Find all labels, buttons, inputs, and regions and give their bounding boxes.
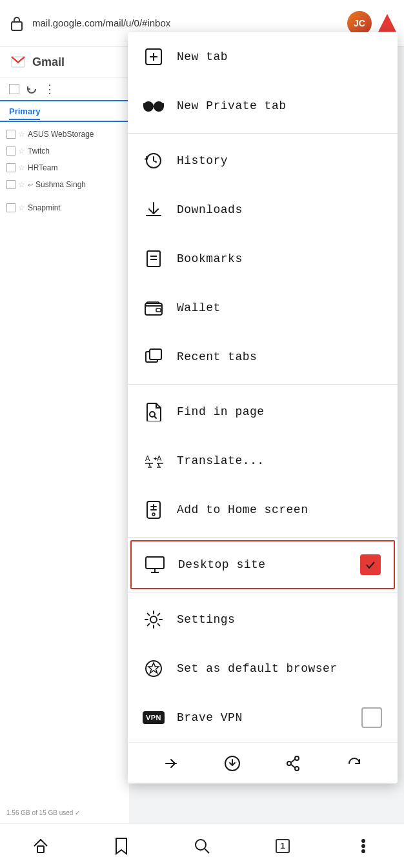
svg-line-36 [291, 764, 295, 767]
svg-point-38 [196, 840, 206, 850]
alert-icon [378, 14, 396, 32]
list-item: ☆ Snapmint [0, 199, 129, 216]
desktop-site-label: Desktop site [178, 558, 266, 571]
list-item: ☆ ↩ Sushma Singh [0, 176, 129, 193]
nav-bookmark[interactable] [102, 830, 141, 862]
reload-toolbar-icon[interactable] [343, 752, 366, 775]
nav-home[interactable] [21, 830, 60, 862]
svg-rect-14 [145, 303, 162, 315]
translate-icon: A ✦ A [143, 450, 164, 471]
bookmark-icon [143, 248, 164, 269]
svg-marker-30 [148, 663, 159, 673]
default-browser-label: Set as default browser [177, 662, 338, 675]
glasses-icon [143, 96, 164, 116]
refresh-icon [26, 83, 37, 95]
nav-tabs[interactable]: 1 [263, 830, 302, 862]
wallet-icon [143, 298, 164, 318]
download-icon [143, 199, 164, 220]
svg-point-41 [362, 845, 365, 847]
divider-2 [128, 384, 398, 385]
menu-item-settings[interactable]: Settings [128, 595, 398, 644]
address-text[interactable]: mail.google.com/mail/u/0/#inbox [32, 17, 341, 28]
storage-info: 1.56 GB of 15 GB used ✓ [6, 809, 80, 816]
item-checkbox [6, 146, 15, 156]
star-icon: ☆ [18, 180, 25, 189]
svg-rect-37 [37, 846, 44, 853]
menu-item-brave-vpn[interactable]: VPN Brave VPN [128, 693, 398, 742]
settings-label: Settings [177, 613, 235, 626]
bottom-navigation: 1 [0, 823, 404, 868]
history-label: History [177, 154, 228, 167]
wallet-label: Wallet [177, 301, 221, 314]
gmail-item-list: ☆ ASUS WebStorage ☆ Twitch ☆ HRTeam ☆ ↩ … [0, 122, 129, 220]
avatar: JC [347, 11, 372, 35]
star-icon: ☆ [18, 163, 25, 172]
svg-point-5 [144, 102, 153, 111]
svg-rect-15 [156, 308, 161, 312]
bookmarks-label: Bookmarks [177, 252, 243, 265]
star-icon: ☆ [18, 130, 25, 139]
menu-item-find-in-page[interactable]: Find in page [128, 387, 398, 436]
menu-item-add-home-screen[interactable]: Add to Home screen [128, 485, 398, 534]
desktop-icon [145, 554, 165, 575]
downloads-label: Downloads [177, 203, 243, 216]
plus-square-icon [143, 46, 164, 67]
svg-point-40 [362, 840, 365, 842]
svg-point-34 [295, 767, 299, 771]
back-toolbar-icon[interactable] [159, 752, 183, 775]
svg-point-33 [287, 762, 291, 765]
svg-line-39 [205, 849, 209, 853]
svg-point-42 [362, 850, 365, 853]
menu-bottom-toolbar [128, 742, 398, 783]
select-all-checkbox [9, 84, 19, 94]
menu-item-new-private-tab[interactable]: New Private tab [128, 81, 398, 130]
gmail-title: Gmail [32, 56, 65, 69]
history-icon [143, 150, 164, 171]
download-toolbar-icon[interactable] [221, 752, 244, 775]
svg-point-6 [154, 102, 163, 111]
svg-text:A: A [145, 454, 150, 462]
divider-1 [128, 133, 398, 134]
gmail-tab-primary[interactable]: Primary [9, 106, 40, 120]
list-item: ☆ HRTeam [0, 159, 129, 176]
gmail-logo-icon [9, 53, 27, 71]
menu-item-history[interactable]: History [128, 136, 398, 185]
gmail-toolbar: ⋮ [0, 78, 129, 101]
item-checkbox [6, 203, 15, 212]
svg-point-32 [295, 756, 299, 760]
item-checkbox [6, 163, 15, 172]
menu-item-default-browser[interactable]: Set as default browser [128, 644, 398, 693]
svg-rect-25 [146, 557, 164, 569]
menu-item-downloads[interactable]: Downloads [128, 185, 398, 234]
find-in-page-label: Find in page [177, 405, 265, 418]
recent-tabs-icon [143, 347, 164, 367]
menu-item-desktop-site[interactable]: Desktop site [130, 540, 395, 589]
menu-item-recent-tabs[interactable]: Recent tabs [128, 332, 398, 381]
star-icon: ☆ [18, 203, 25, 212]
star-icon: ☆ [18, 146, 25, 156]
gmail-header: Gmail [0, 46, 129, 78]
menu-item-bookmarks[interactable]: Bookmarks [128, 234, 398, 283]
divider-4 [128, 592, 398, 592]
gear-icon [143, 609, 164, 630]
svg-line-19 [154, 416, 156, 418]
menu-item-wallet[interactable]: Wallet [128, 283, 398, 332]
share-toolbar-icon[interactable] [281, 752, 305, 775]
svg-point-24 [152, 513, 155, 516]
menu-item-new-tab[interactable]: New tab [128, 32, 398, 81]
desktop-site-checkbox [360, 554, 381, 575]
context-menu: New tab New Private tab History [128, 32, 398, 783]
svg-point-28 [150, 616, 157, 623]
brave-vpn-label: Brave VPN [177, 711, 243, 724]
new-private-tab-label: New Private tab [177, 99, 287, 112]
svg-text:A: A [157, 454, 162, 462]
svg-line-35 [291, 759, 295, 762]
lock-icon [8, 14, 26, 32]
list-item: ☆ Twitch [0, 143, 129, 159]
recent-tabs-label: Recent tabs [177, 350, 257, 363]
brave-vpn-checkbox [361, 707, 382, 728]
item-checkbox [6, 130, 15, 139]
nav-search[interactable] [183, 830, 221, 862]
nav-more[interactable] [344, 830, 383, 862]
menu-item-translate[interactable]: A ✦ A Translate... [128, 436, 398, 485]
